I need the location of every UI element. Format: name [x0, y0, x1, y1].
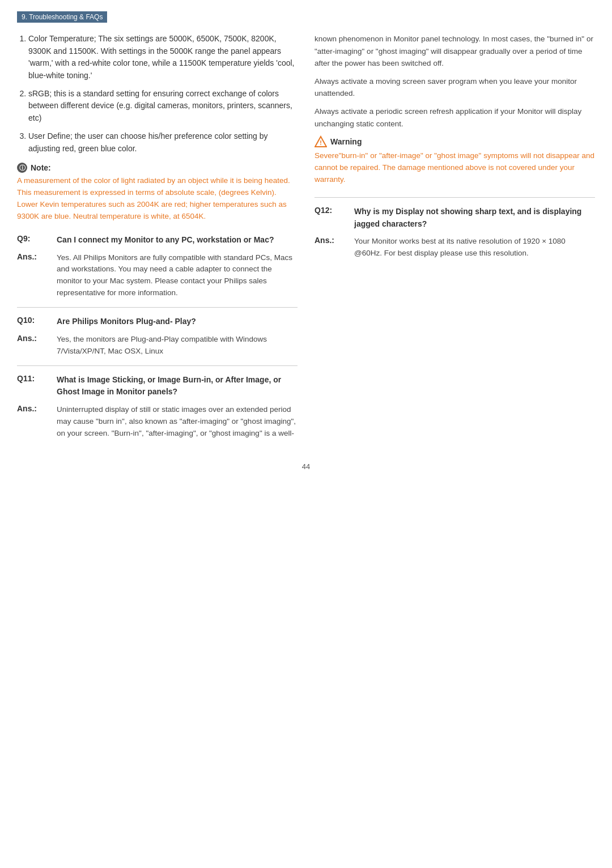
q9-question: Can I connect my Monitor to any PC, work… — [57, 234, 274, 246]
ans10-text: Yes, the monitors are Plug-and-Play comp… — [57, 334, 298, 358]
ans12-label: Ans.: — [314, 236, 354, 245]
warning-title: Warning — [330, 137, 362, 146]
ans10-label: Ans.: — [17, 334, 57, 343]
svg-text:!: ! — [320, 139, 322, 146]
qa-q11: Q11: What is Image Sticking, or Image Bu… — [17, 374, 298, 398]
ans9-text: Yes. All Philips Monitors are fully comp… — [57, 252, 298, 300]
q9-label: Q9: — [17, 234, 57, 243]
continuation-text: known phenomenon in Monitor panel techno… — [314, 33, 595, 70]
list-item-1: Color Temperature; The six settings are … — [28, 33, 298, 82]
ans-q10: Ans.: Yes, the monitors are Plug-and-Pla… — [17, 334, 298, 358]
divider-2 — [17, 365, 298, 366]
right-column: known phenomenon in Monitor panel techno… — [314, 33, 595, 445]
note-text: A measurement of the color of light radi… — [17, 175, 298, 223]
note-icon: ⓘ — [17, 163, 27, 173]
warning-text: Severe"burn-in" or "after-image" or "gho… — [314, 150, 595, 186]
q11-label: Q11: — [17, 374, 57, 383]
q11-question: What is Image Sticking, or Image Burn-in… — [57, 374, 298, 398]
ans9-label: Ans.: — [17, 252, 57, 261]
note-box: ⓘ Note: A measurement of the color of li… — [17, 163, 298, 223]
q12-label: Q12: — [314, 206, 354, 215]
warning-box: ! Warning Severe"burn-in" or "after-imag… — [314, 135, 595, 186]
divider-3 — [314, 197, 595, 198]
qa-q9: Q9: Can I connect my Monitor to any PC, … — [17, 234, 298, 246]
ans-q12: Ans.: Your Monitor works best at its nat… — [314, 236, 595, 259]
ans11-label: Ans.: — [17, 404, 57, 413]
ans-q11: Ans.: Uninterrupted display of still or … — [17, 404, 298, 440]
list-item-3: User Define; the user can choose his/her… — [28, 130, 298, 155]
header-bar: 9. Troubleshooting & FAQs — [17, 11, 107, 23]
warning-label: ! Warning — [314, 135, 595, 148]
q10-label: Q10: — [17, 316, 57, 325]
q12-question: Why is my Display not showing sharp text… — [354, 206, 595, 230]
ans12-text: Your Monitor works best at its native re… — [354, 236, 595, 259]
q10-question: Are Philips Monitors Plug-and- Play? — [57, 316, 196, 328]
qa-q10: Q10: Are Philips Monitors Plug-and- Play… — [17, 316, 298, 328]
page-number: 44 — [17, 462, 595, 471]
settings-list: Color Temperature; The six settings are … — [28, 33, 298, 155]
left-column: Color Temperature; The six settings are … — [17, 33, 298, 445]
list-item-2: sRGB; this is a standard setting for ens… — [28, 88, 298, 125]
warning-icon: ! — [314, 135, 327, 148]
qa-q12: Q12: Why is my Display not showing sharp… — [314, 206, 595, 230]
note-label: ⓘ Note: — [17, 163, 298, 173]
ans11-text: Uninterrupted display of still or static… — [57, 404, 298, 440]
divider-1 — [17, 307, 298, 308]
ans-q9: Ans.: Yes. All Philips Monitors are full… — [17, 252, 298, 300]
header-label: 9. Troubleshooting & FAQs — [22, 13, 103, 21]
para3: Always activate a periodic screen refres… — [314, 105, 595, 130]
para2: Always activate a moving screen saver pr… — [314, 75, 595, 100]
